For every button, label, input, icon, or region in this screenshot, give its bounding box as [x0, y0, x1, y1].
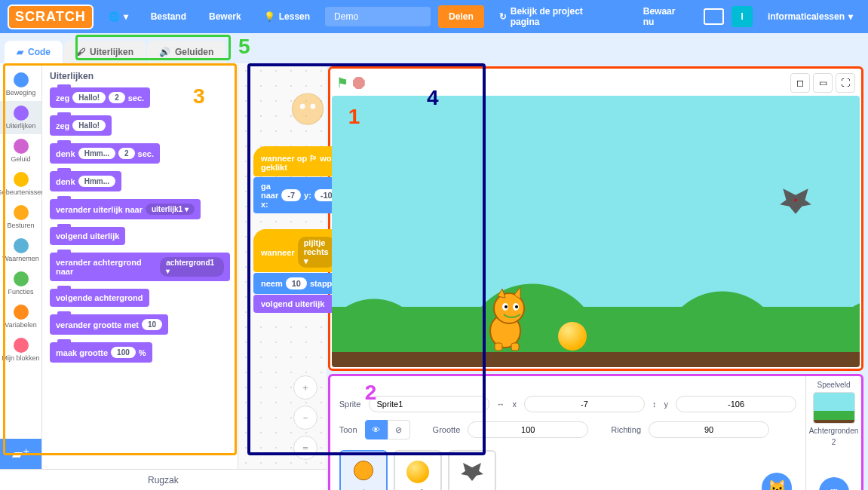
block-palette: Uiterlijken zeg Hallo! 2 sec. zeg Hallo!…: [42, 63, 238, 469]
block-next-costume[interactable]: volgend uiterlijk: [50, 227, 125, 245]
block-categories: Beweging Uiterlijken Geluid Gebeurteniss…: [0, 63, 42, 469]
sprite-panel: 2 Sprite ↔ x ↕ y Toon 👁 ⊘: [328, 374, 863, 490]
save-now[interactable]: Bewaar nu: [636, 2, 696, 32]
cat-sensing[interactable]: Waarnemen: [0, 234, 41, 267]
stage-canvas[interactable]: 1: [332, 96, 860, 367]
script-workspace[interactable]: wanneer op 🏳 wordt geklikt ga naar x: -7…: [238, 63, 327, 469]
tab-sounds[interactable]: 🔊Geluiden: [147, 41, 225, 63]
green-flag-button[interactable]: ⚑: [336, 75, 348, 91]
sprite-size-input[interactable]: [468, 421, 588, 438]
bulb-icon: 💡: [264, 11, 275, 22]
zoom-reset-button[interactable]: ＝: [293, 436, 317, 460]
user-avatar[interactable]: I: [732, 6, 753, 27]
account-menu[interactable]: informaticalessen ▾: [760, 7, 860, 26]
brush-icon: 🖌: [76, 47, 85, 57]
stage-large-button[interactable]: ▭: [813, 73, 833, 93]
cat-myblocks[interactable]: Mijn blokken: [0, 333, 41, 366]
scratch-logo[interactable]: SCRATCH: [8, 5, 94, 29]
svg-point-11: [515, 305, 518, 308]
palette-title: Uiterlijken: [50, 71, 230, 81]
svg-rect-12: [495, 343, 502, 351]
overlay-num-1: 1: [348, 105, 360, 129]
direction-label: Richting: [611, 425, 641, 434]
add-extension-button[interactable]: ▰⁺: [0, 439, 41, 469]
updown-icon: ↕: [652, 400, 657, 409]
project-title-input[interactable]: Demo: [325, 7, 431, 26]
zoom-in-button[interactable]: ＋: [293, 375, 317, 400]
tab-costumes[interactable]: 🖌Uiterlijken: [64, 41, 146, 63]
sprite-tile-ball[interactable]: Ball: [394, 450, 442, 490]
workspace-sprite-thumb: [281, 87, 311, 118]
backdrops-label: Achtergronden: [809, 427, 859, 435]
stage-sprite-bat: [777, 186, 814, 216]
show-sprite-button[interactable]: 👁: [365, 420, 388, 439]
cat-looks[interactable]: Uiterlijken: [0, 101, 41, 134]
swap-icon: ↔: [497, 400, 505, 409]
sprite-x-input[interactable]: [524, 396, 645, 412]
file-menu[interactable]: Bestand: [143, 7, 194, 26]
code-area: Beweging Uiterlijken Geluid Gebeurteniss…: [0, 63, 327, 469]
block-say[interactable]: zeg Hallo!: [50, 115, 112, 136]
sprite-y-input[interactable]: [676, 396, 796, 412]
sprite-tile-bat[interactable]: Bat: [448, 450, 496, 490]
mystuff-icon[interactable]: [704, 8, 725, 25]
svg-point-9: [505, 305, 508, 308]
cat-events[interactable]: Gebeurtenissen: [0, 167, 41, 201]
workspace-controls: ＋ － ＝: [293, 375, 317, 460]
menu-bar: SCRATCH 🌐▾ Bestand Bewerk 💡Lessen Demo D…: [0, 0, 868, 33]
add-backdrop-button[interactable]: 🖼: [819, 477, 849, 490]
cat-sound[interactable]: Geluid: [0, 134, 41, 167]
cat-motion[interactable]: Beweging: [0, 68, 41, 101]
tab-code[interactable]: ▰Code: [5, 41, 63, 63]
sprites-list: Sprite1 Ball Bat 🐱: [339, 447, 796, 490]
svg-rect-13: [511, 343, 519, 351]
cat-operators[interactable]: Functies: [0, 267, 41, 300]
sound-icon: 🔊: [159, 47, 170, 57]
zoom-out-button[interactable]: －: [293, 406, 317, 430]
block-set-size[interactable]: maak grootte 100 %: [50, 342, 152, 363]
stage-fullscreen-button[interactable]: ⛶: [836, 73, 855, 93]
block-switch-costume[interactable]: verander uiterlijk naar uiterlijk1 ▾: [50, 199, 201, 219]
backpack[interactable]: Rugzak: [0, 469, 327, 490]
svg-marker-6: [498, 289, 505, 298]
svg-point-3: [794, 199, 796, 201]
block-switch-backdrop[interactable]: verander achtergrond naar achtergrond1 ▾: [50, 253, 230, 281]
editor-tabs: ▰Code 🖌Uiterlijken 🔊Geluiden 5: [0, 33, 868, 63]
stage-sprite-cat: [475, 286, 535, 354]
cat-variables[interactable]: Variabelen: [0, 300, 41, 333]
cat-control[interactable]: Besturen: [0, 201, 41, 234]
block-change-size[interactable]: verander grootte met 10: [50, 314, 168, 335]
stage-thumbnail[interactable]: [813, 392, 855, 424]
stage-small-button[interactable]: ◻: [790, 73, 810, 93]
stage-area: ⚑ ◻ ▭ ⛶ 1: [328, 66, 863, 371]
sprite-direction-input[interactable]: [649, 421, 769, 438]
sprite-tile-sprite1[interactable]: Sprite1: [339, 450, 388, 490]
stage-selector[interactable]: Speelveld Achtergronden 2 🖼: [805, 376, 861, 490]
language-menu[interactable]: 🌐▾: [101, 7, 136, 26]
svg-point-14: [354, 461, 373, 480]
svg-point-0: [292, 93, 323, 124]
block-say-for-secs[interactable]: zeg Hallo! 2 sec.: [50, 87, 150, 108]
block-next-backdrop[interactable]: volgende achtergrond: [50, 289, 149, 307]
block-think[interactable]: denk Hmm...: [50, 171, 121, 191]
block-think-for-secs[interactable]: denk Hmm... 2 sec.: [50, 143, 160, 164]
edit-menu[interactable]: Bewerk: [201, 7, 249, 26]
refresh-icon: ↻: [499, 11, 507, 22]
show-label: Toon: [339, 425, 357, 434]
hide-sprite-button[interactable]: ⊘: [388, 420, 410, 439]
x-label: x: [513, 400, 517, 409]
y-label: y: [664, 400, 669, 409]
see-project-page[interactable]: ↻Bekijk de project pagina: [492, 2, 621, 32]
stop-button[interactable]: [353, 77, 365, 89]
add-sprite-button[interactable]: 🐱: [762, 473, 792, 490]
stage-select-title: Speelveld: [817, 381, 851, 389]
globe-icon: 🌐: [109, 11, 120, 22]
overlay-num-5: 5: [238, 35, 250, 59]
sprite-label: Sprite: [339, 400, 361, 409]
tutorials-menu[interactable]: 💡Lessen: [256, 7, 317, 26]
size-label: Grootte: [433, 425, 461, 434]
stage-sprite-ball: [558, 322, 587, 351]
sprite-name-input[interactable]: [369, 396, 489, 412]
backdrops-count: 2: [832, 438, 836, 446]
share-button[interactable]: Delen: [438, 5, 484, 28]
